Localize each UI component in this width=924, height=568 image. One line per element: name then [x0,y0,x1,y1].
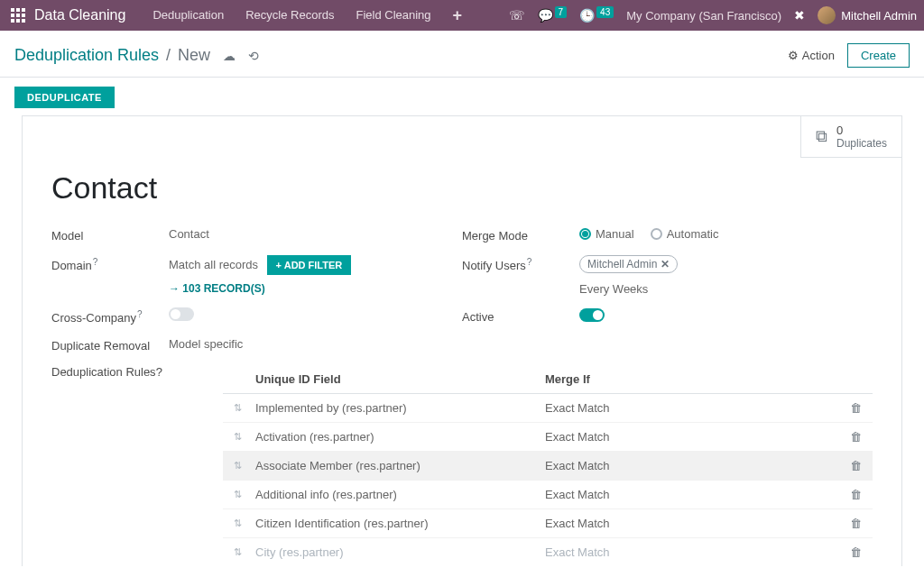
nav-recycle-records[interactable]: Recycle Records [235,0,345,31]
cross-company-label: Cross-Company? [51,307,169,325]
duplicates-stat-button[interactable]: ⧉ 0Duplicates [800,115,902,158]
nav-deduplication[interactable]: Deduplication [142,0,235,31]
delete-row-icon[interactable]: 🗑 [835,488,862,501]
form-sheet: ⧉ 0Duplicates Contact Model Contact Doma… [22,115,902,566]
delete-row-icon[interactable]: 🗑 [835,545,862,559]
cloud-save-icon[interactable]: ☁ [223,49,236,63]
nav-field-cleaning[interactable]: Field Cleaning [345,0,441,31]
active-toggle[interactable] [579,308,605,322]
drag-handle-icon[interactable]: ⇅ [234,402,255,414]
rule-merge-cell[interactable]: Exact Match [545,430,835,444]
main-content: DEDUPLICATE ⧉ 0Duplicates Contact Model … [0,78,924,566]
table-row[interactable]: ⇅Associate Member (res.partner)Exact Mat… [223,452,873,481]
breadcrumb-separator: / [166,46,171,65]
user-menu[interactable]: Mitchell Admin [818,6,917,24]
help-icon[interactable]: ? [156,365,162,379]
notify-users-label: Notify Users? [462,255,579,272]
create-button[interactable]: Create [847,43,910,68]
breadcrumb-current: New [178,46,210,65]
help-icon[interactable]: ? [93,257,98,267]
deduplicate-button[interactable]: DEDUPLICATE [14,87,115,108]
table-row[interactable]: ⇅City (res.partner)Exact Match🗑 [223,538,873,566]
navbar: Data Cleaning Deduplication Recycle Reco… [0,0,924,31]
discard-icon[interactable]: ⟲ [248,49,259,63]
rule-field-cell[interactable]: City (res.partner) [255,545,545,559]
table-row[interactable]: ⇅Citizen Identification (res.partner)Exa… [223,509,873,538]
app-brand[interactable]: Data Cleaning [34,7,125,23]
table-row[interactable]: ⇅Activation (res.partner)Exact Match🗑 [223,423,873,452]
table-row[interactable]: ⇅Implemented by (res.partner)Exact Match… [223,394,873,423]
notify-frequency[interactable]: Every Weeks [579,282,873,296]
breadcrumb-root[interactable]: Deduplication Rules [14,46,159,65]
debug-icon[interactable]: ✖ [794,8,805,23]
drag-handle-icon[interactable]: ⇅ [234,518,255,529]
remove-tag-icon[interactable]: ✕ [661,258,670,270]
model-value[interactable]: Contact [169,227,462,241]
activities-badge: 43 [596,6,614,18]
delete-row-icon[interactable]: 🗑 [835,430,862,444]
rule-merge-cell[interactable]: Exact Match [545,401,835,415]
record-title[interactable]: Contact [51,170,873,206]
activities-icon[interactable]: 🕒43 [579,8,614,23]
radio-unchecked-icon [651,228,662,240]
add-filter-button[interactable]: + ADD FILTER [267,255,352,275]
rule-merge-cell[interactable]: Exact Match [545,545,835,559]
rule-merge-cell[interactable]: Exact Match [545,459,835,472]
rules-table: Unique ID Field Merge If ⇅Implemented by… [223,365,873,566]
rule-merge-cell[interactable]: Exact Match [545,488,835,501]
merge-mode-manual-radio[interactable]: Manual [579,227,634,241]
drag-handle-icon[interactable]: ⇅ [234,431,255,443]
duplicate-removal-label: Duplicate Removal [51,337,169,353]
support-icon[interactable]: ☏ [509,8,525,23]
action-dropdown[interactable]: ⚙Action [788,49,835,62]
drag-handle-icon[interactable]: ⇅ [234,489,255,500]
duplicate-removal-value[interactable]: Model specific [169,337,462,351]
dedup-rules-label: Deduplication Rules? [51,365,223,379]
model-label: Model [51,227,169,243]
delete-row-icon[interactable]: 🗑 [835,459,862,472]
messages-badge: 7 [555,6,568,18]
help-icon[interactable]: ? [527,257,532,267]
table-row[interactable]: ⇅Additional info (res.partner)Exact Matc… [223,481,873,509]
delete-row-icon[interactable]: 🗑 [835,401,862,415]
drag-handle-icon[interactable]: ⇅ [234,546,255,558]
merge-mode-label: Merge Mode [462,227,579,243]
avatar-icon [818,6,836,24]
messages-icon[interactable]: 💬7 [538,8,568,23]
apps-menu-icon[interactable] [11,8,25,23]
rule-merge-cell[interactable]: Exact Match [545,517,835,530]
rule-field-cell[interactable]: Associate Member (res.partner) [255,459,545,472]
delete-row-icon[interactable]: 🗑 [835,517,862,530]
domain-label: Domain? [51,255,169,272]
records-count-link[interactable]: 103 RECORD(S) [169,282,462,295]
notify-user-tag[interactable]: Mitchell Admin✕ [579,255,678,273]
cross-company-toggle[interactable] [169,307,194,321]
col-header-merge[interactable]: Merge If [545,372,835,386]
drag-handle-icon[interactable]: ⇅ [234,460,255,472]
rule-field-cell[interactable]: Additional info (res.partner) [255,488,545,501]
rule-field-cell[interactable]: Implemented by (res.partner) [255,401,545,415]
domain-text: Match all records [169,258,258,271]
breadcrumb: Deduplication Rules / New ☁ ⟲ [14,46,259,65]
help-icon[interactable]: ? [137,309,143,319]
gear-icon: ⚙ [788,49,799,62]
col-header-field[interactable]: Unique ID Field [255,372,545,386]
active-label: Active [462,308,579,324]
rule-field-cell[interactable]: Citizen Identification (res.partner) [255,517,545,530]
radio-checked-icon [579,228,591,240]
copy-icon: ⧉ [816,127,827,146]
stat-label: Duplicates [836,137,887,150]
stat-count: 0 [836,124,887,137]
rule-field-cell[interactable]: Activation (res.partner) [255,430,545,444]
merge-mode-automatic-radio[interactable]: Automatic [651,227,719,241]
control-panel: Deduplication Rules / New ☁ ⟲ ⚙Action Cr… [0,31,924,78]
company-selector[interactable]: My Company (San Francisco) [626,9,781,23]
nav-add-icon[interactable]: + [442,0,474,31]
